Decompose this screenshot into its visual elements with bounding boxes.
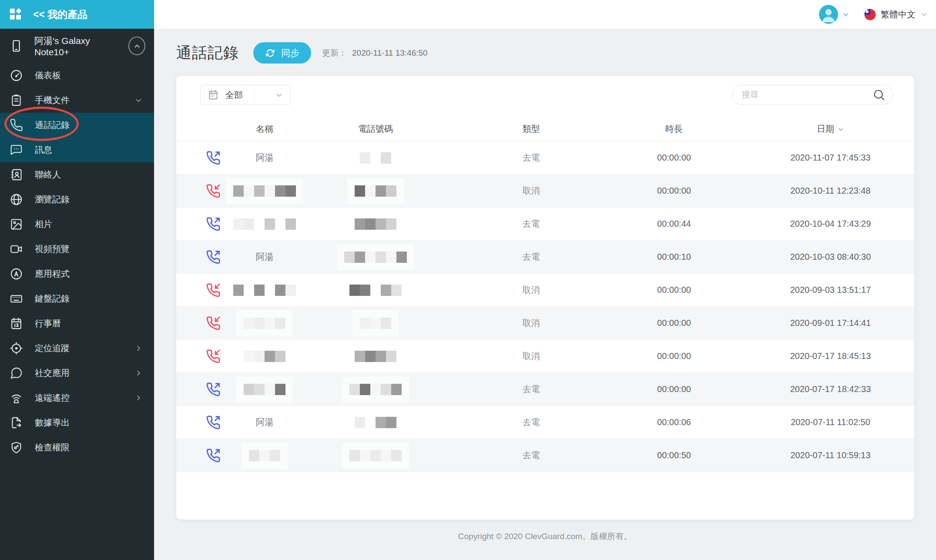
- sidebar-item-4[interactable]: 訊息: [0, 137, 154, 162]
- call-date: 2020-09-03 13:51:17: [747, 285, 914, 295]
- call-date: 2020-07-17 18:45:13: [747, 351, 914, 361]
- header-name: 名稱: [239, 123, 290, 135]
- header-phone-number: 電話號碼: [290, 123, 461, 135]
- call-date: 2020-07-11 10:59:13: [747, 450, 914, 460]
- sidebar-item-14[interactable]: 遠端遙控: [0, 386, 154, 410]
- call-duration: 00:00:00: [601, 153, 747, 163]
- sidebar-item-label: 鍵盤記錄: [35, 293, 70, 305]
- redacted-phone-number: [349, 384, 402, 395]
- card-toolbar: 全部: [200, 85, 893, 105]
- sidebar-item-label: 相片: [35, 218, 52, 230]
- my-products-back-link[interactable]: << 我的產品: [0, 0, 154, 29]
- language-selector[interactable]: 繁體中文: [864, 9, 928, 20]
- redacted-phone-number: [349, 285, 402, 296]
- redacted-name: [233, 285, 296, 296]
- call-type: 取消: [461, 284, 601, 296]
- redacted-phone-number: [355, 351, 396, 362]
- sidebar-item-label: 社交應用: [35, 367, 70, 379]
- page-title: 通話記錄: [176, 43, 239, 63]
- avatar[interactable]: [819, 5, 838, 24]
- phone-icon: [10, 118, 23, 132]
- sidebar-item-6[interactable]: 瀏覽記錄: [0, 187, 154, 212]
- incoming-call-icon: [206, 316, 221, 331]
- sidebar-item-13[interactable]: 社交應用: [0, 361, 154, 386]
- redacted-phone-number: [360, 318, 391, 329]
- redacted-name: [244, 351, 285, 362]
- sidebar-item-5[interactable]: 聯絡人: [0, 162, 154, 187]
- sidebar-item-12[interactable]: 定位追蹤: [0, 336, 154, 361]
- update-timestamp: 2020-11-11 13:46:50: [352, 48, 428, 58]
- incoming-call-icon: [206, 349, 221, 364]
- sidebar-item-10[interactable]: 鍵盤記錄: [0, 286, 154, 311]
- sidebar-item-8[interactable]: 視頻預覽: [0, 237, 154, 262]
- call-type: 取消: [461, 317, 601, 329]
- sidebar-item-label: 應用程式: [35, 268, 70, 280]
- sidebar-nav: 儀表板手機文件通話記錄訊息聯絡人瀏覽記錄相片視頻預覽應用程式鍵盤記錄行事曆定位追…: [0, 63, 154, 460]
- chevron-down-icon: [134, 96, 143, 104]
- table-row: 去電00:00:002020-07-17 18:42:33: [176, 373, 914, 406]
- call-date: 2020-11-07 17:45:33: [747, 153, 914, 163]
- call-type: 去電: [461, 152, 601, 164]
- contact-name: 阿湯: [256, 416, 273, 428]
- search-input[interactable]: [742, 90, 872, 100]
- redacted-name: [233, 218, 296, 230]
- sidebar-item-label: 聯絡人: [35, 169, 61, 181]
- header-type: 類型: [461, 123, 601, 135]
- sidebar-item-2[interactable]: 手機文件: [0, 88, 154, 113]
- chevron-right-icon: [134, 394, 143, 402]
- account-menu[interactable]: [819, 5, 849, 24]
- smartphone-icon: [10, 39, 23, 53]
- date-filter-dropdown[interactable]: 全部: [200, 85, 291, 105]
- collapse-device-button[interactable]: [128, 37, 145, 55]
- redacted-name: [244, 384, 285, 395]
- incoming-call-icon: [206, 283, 221, 298]
- contact-name: 阿湯: [256, 251, 273, 263]
- search-icon[interactable]: [872, 88, 886, 101]
- export-icon: [10, 416, 23, 429]
- sidebar-item-16[interactable]: 檢查權限: [0, 435, 154, 460]
- sidebar-item-1[interactable]: 儀表板: [0, 63, 154, 88]
- call-type: 取消: [461, 350, 601, 362]
- table-row: 阿湯去電00:00:102020-10-03 08:40:30: [176, 241, 914, 274]
- dashboard-icon: [10, 69, 23, 82]
- logo-label: << 我的產品: [33, 8, 87, 21]
- files-icon: [10, 94, 23, 107]
- update-label: 更新：: [322, 47, 347, 59]
- outgoing-call-icon: [206, 151, 221, 165]
- remote-icon: [10, 391, 23, 405]
- table-body: 阿湯去電00:00:002020-11-07 17:45:33取消00:00:0…: [176, 141, 914, 472]
- chevron-right-icon: [134, 344, 143, 352]
- table-row: 取消00:00:002020-09-03 13:51:17: [176, 274, 914, 307]
- call-date: 2020-07-17 18:42:33: [747, 384, 914, 394]
- header-date-label: 日期: [817, 123, 834, 135]
- sidebar: << 我的產品 阿湯's Galaxy Note10+ 儀表板手機文件通話記錄訊…: [0, 0, 154, 560]
- redacted-phone-number: [355, 218, 396, 230]
- sidebar-item-label: 檢查權限: [35, 442, 70, 453]
- call-log-table: 名稱 電話號碼 類型 時長 日期 阿湯去電00:00:002020-11-07 …: [176, 117, 914, 472]
- call-type: 去電: [461, 416, 601, 428]
- chevron-down-icon: [920, 10, 928, 18]
- topbar: 繁體中文: [154, 0, 936, 29]
- call-date: 2020-07-11 11:02:50: [747, 417, 914, 427]
- call-type: 去電: [461, 251, 601, 263]
- sidebar-item-11[interactable]: 行事曆: [0, 311, 154, 336]
- redacted-name: [249, 450, 280, 461]
- redacted-phone-number: [355, 417, 396, 428]
- location-icon: [10, 342, 23, 355]
- sync-label: 同步: [281, 47, 299, 59]
- sidebar-item-15[interactable]: 數據導出: [0, 410, 154, 435]
- sidebar-item-7[interactable]: 相片: [0, 212, 154, 237]
- header-date-sort[interactable]: 日期: [747, 123, 914, 135]
- message-icon: [10, 143, 23, 157]
- sync-button[interactable]: 同步: [253, 42, 311, 64]
- outgoing-call-icon: [206, 448, 221, 463]
- sidebar-item-3[interactable]: 通話記錄: [0, 113, 154, 137]
- table-row: 取消00:00:002020-07-17 18:45:13: [176, 340, 914, 373]
- chevron-down-icon: [275, 91, 283, 99]
- outgoing-call-icon: [206, 250, 221, 265]
- table-row: 阿湯去電00:00:062020-07-11 11:02:50: [176, 406, 914, 439]
- language-label: 繁體中文: [881, 9, 916, 20]
- outgoing-call-icon: [206, 382, 221, 397]
- sidebar-item-9[interactable]: 應用程式: [0, 262, 154, 286]
- copyright-footer: Copyright © 2020 ClevGuard.com。版權所有。: [154, 531, 936, 542]
